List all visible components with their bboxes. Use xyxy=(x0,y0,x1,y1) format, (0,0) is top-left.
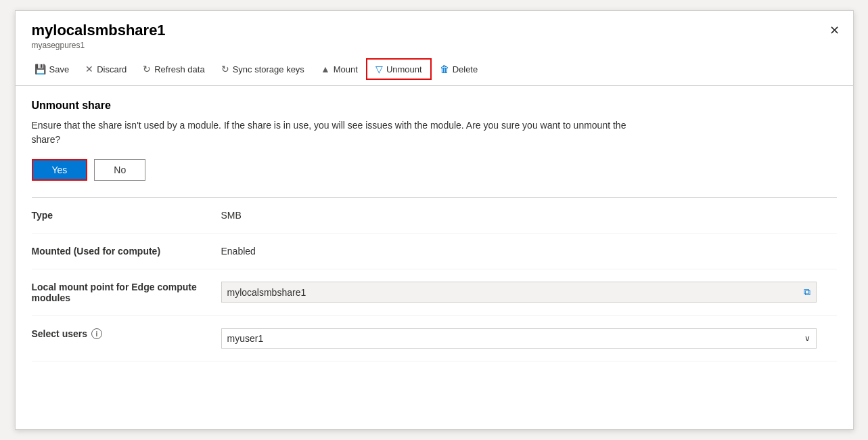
select-users-row: Select users i myuser1 ∨ xyxy=(32,316,837,361)
unmount-icon: ▽ xyxy=(375,64,383,74)
unmount-share-title: Unmount share xyxy=(32,100,837,112)
type-value: SMB xyxy=(221,210,837,221)
close-button[interactable]: ✕ xyxy=(827,22,842,39)
close-icon: ✕ xyxy=(829,24,840,37)
save-button[interactable]: 💾 Save xyxy=(26,60,78,79)
panel-title: mylocalsmbshare1 xyxy=(32,22,837,39)
type-row: Type SMB xyxy=(32,198,837,234)
delete-icon: 🗑 xyxy=(440,64,449,74)
select-users-text: myuser1 xyxy=(227,333,264,344)
chevron-down-icon: ∨ xyxy=(804,334,810,343)
mount-icon: ▲ xyxy=(321,64,330,74)
type-label: Type xyxy=(32,210,221,221)
discard-button[interactable]: ✕ Discard xyxy=(77,60,135,79)
mounted-value: Enabled xyxy=(221,246,837,257)
toolbar: 💾 Save ✕ Discard ↻ Refresh data ↻ Sync s… xyxy=(16,53,853,86)
mount-point-row: Local mount point for Edge compute modul… xyxy=(32,269,837,316)
refresh-button[interactable]: ↻ Refresh data xyxy=(135,60,212,79)
sync-icon: ↻ xyxy=(221,64,229,74)
delete-button[interactable]: 🗑 Delete xyxy=(432,60,486,79)
discard-icon: ✕ xyxy=(85,64,93,74)
action-buttons: Yes No xyxy=(32,159,837,181)
details-section: Type SMB Mounted (Used for compute) Enab… xyxy=(32,198,837,361)
copy-icon[interactable]: ⧉ xyxy=(804,286,810,298)
content-area: Unmount share Ensure that the share isn'… xyxy=(16,86,853,375)
mount-point-label: Local mount point for Edge compute modul… xyxy=(32,282,221,303)
sync-button[interactable]: ↻ Sync storage keys xyxy=(213,60,313,79)
mounted-row: Mounted (Used for compute) Enabled xyxy=(32,234,837,269)
select-users-value: myuser1 ∨ xyxy=(221,328,837,349)
info-icon[interactable]: i xyxy=(91,328,102,339)
panel-subtitle: myasegpures1 xyxy=(32,41,837,50)
yes-button[interactable]: Yes xyxy=(32,159,88,181)
mount-point-text: mylocalsmbshare1 xyxy=(227,287,804,298)
unmount-share-section: Unmount share Ensure that the share isn'… xyxy=(32,100,837,198)
mount-point-input: mylocalsmbshare1 ⧉ xyxy=(221,282,817,303)
select-users-dropdown[interactable]: myuser1 ∨ xyxy=(221,328,817,349)
unmount-share-description: Ensure that the share isn't used by a mo… xyxy=(32,118,641,147)
save-icon: 💾 xyxy=(35,64,46,74)
no-button[interactable]: No xyxy=(94,159,145,181)
mounted-label: Mounted (Used for compute) xyxy=(32,246,221,257)
refresh-icon: ↻ xyxy=(143,64,151,74)
panel-header: mylocalsmbshare1 myasegpures1 ✕ xyxy=(16,11,853,53)
mount-point-value: mylocalsmbshare1 ⧉ xyxy=(221,282,837,303)
main-panel: mylocalsmbshare1 myasegpures1 ✕ 💾 Save ✕… xyxy=(15,10,854,430)
unmount-button[interactable]: ▽ Unmount xyxy=(366,58,432,80)
mount-button[interactable]: ▲ Mount xyxy=(313,60,366,79)
select-users-label: Select users i xyxy=(32,328,221,339)
